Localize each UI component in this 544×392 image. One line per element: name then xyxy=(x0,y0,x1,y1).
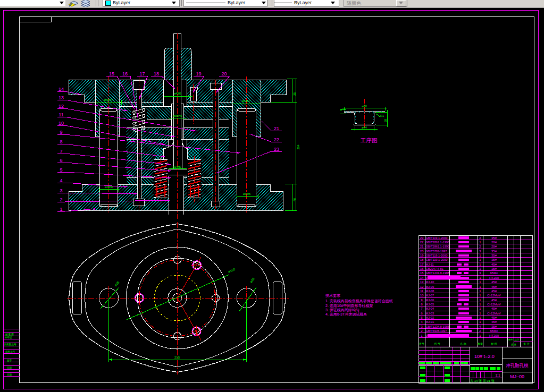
svg-text:MJ-07: MJ-07 xyxy=(426,294,434,297)
svg-text:23: 23 xyxy=(420,236,424,240)
svg-text:14: 14 xyxy=(58,87,64,92)
svg-text:2: 2 xyxy=(340,108,342,112)
svg-text:20: 20 xyxy=(221,71,227,76)
svg-text:21: 21 xyxy=(420,245,424,248)
svg-text:GB/T119.1-2000: GB/T119.1-2000 xyxy=(426,236,448,240)
svg-text:GB/T5782-1997: GB/T5782-1997 xyxy=(426,250,447,253)
svg-text:6: 6 xyxy=(421,312,423,315)
svg-text:4: 4 xyxy=(60,178,62,183)
svg-text:23: 23 xyxy=(274,147,279,152)
svg-text:19: 19 xyxy=(196,71,201,76)
svg-text:MJ–00: MJ–00 xyxy=(510,374,524,379)
svg-text:Cr12MoV: Cr12MoV xyxy=(487,312,500,315)
svg-text:5: 5 xyxy=(421,316,423,319)
svg-text:3: 3 xyxy=(421,325,423,328)
svg-text:单件: 单件 xyxy=(508,338,513,341)
svg-text:ø40H7: ø40H7 xyxy=(104,98,113,101)
svg-text:14: 14 xyxy=(420,276,424,279)
svg-text:GB/T2861.1-1990: GB/T2861.1-1990 xyxy=(426,241,449,244)
svg-text:6: 6 xyxy=(60,158,62,163)
svg-text:GB/T1234.8-1988: GB/T1234.8-1988 xyxy=(426,325,449,328)
svg-text:45#: 45# xyxy=(491,285,497,288)
svg-text:序号: 序号 xyxy=(419,342,424,346)
svg-text:7: 7 xyxy=(421,307,423,310)
svg-text:4: 4 xyxy=(479,325,481,328)
svg-text:35#: 35# xyxy=(491,250,497,253)
svg-text:19: 19 xyxy=(420,254,424,257)
svg-text:GB/T119.1-2000: GB/T119.1-2000 xyxy=(426,254,448,257)
svg-text:15: 15 xyxy=(109,71,114,76)
svg-text:ø44: ø44 xyxy=(362,126,366,129)
svg-text:3: 3 xyxy=(479,271,481,275)
svg-text:MJ-10: MJ-10 xyxy=(426,280,434,284)
svg-text:HT200: HT200 xyxy=(489,276,499,279)
svg-text:ø32: ø32 xyxy=(249,277,255,283)
svg-text:2: 2 xyxy=(479,245,481,248)
svg-text:HT200: HT200 xyxy=(489,334,499,337)
svg-text:1: 1 xyxy=(479,263,481,266)
svg-text:ø35H6: ø35H6 xyxy=(173,114,182,117)
svg-text:18: 18 xyxy=(420,258,424,261)
svg-text:10: 10 xyxy=(420,294,424,297)
svg-text:16: 16 xyxy=(122,71,128,76)
svg-text:215: 215 xyxy=(174,356,180,359)
svg-text:2: 2 xyxy=(421,329,423,333)
svg-text:R1: R1 xyxy=(380,114,384,117)
svg-text:35#: 35# xyxy=(491,267,497,270)
svg-text:9: 9 xyxy=(60,130,62,135)
svg-text:1: 1 xyxy=(479,294,481,297)
svg-text:2: 2 xyxy=(479,236,481,240)
svg-text:ø43F7: ø43F7 xyxy=(242,99,250,103)
svg-text:10: 10 xyxy=(58,121,64,126)
svg-text:22: 22 xyxy=(420,241,424,244)
svg-text:13: 13 xyxy=(420,280,424,284)
svg-text:3: 3 xyxy=(479,250,481,253)
svg-text:ø68: ø68 xyxy=(362,105,366,108)
svg-text:1: 1 xyxy=(479,312,481,315)
svg-text:MJ-08: MJ-08 xyxy=(426,289,434,293)
svg-text:MJ-11: MJ-11 xyxy=(426,263,434,266)
svg-text:5: 5 xyxy=(60,167,62,173)
svg-text:13: 13 xyxy=(58,95,64,100)
svg-text:MJ-09: MJ-09 xyxy=(426,285,434,288)
svg-text:共 14 张 第 01 张: 共 14 张 第 01 张 xyxy=(470,379,495,383)
svg-text:签字: 签字 xyxy=(7,359,12,362)
svg-text:1: 1 xyxy=(421,334,423,337)
svg-text:20#: 20# xyxy=(491,245,497,248)
svg-text:8: 8 xyxy=(60,139,62,144)
svg-text:材 料: 材 料 xyxy=(490,342,497,346)
svg-text:1. 安装模具前检查模具零件是否符合图纸: 1. 安装模具前检查模具零件是否符合图纸 xyxy=(325,299,393,303)
svg-text:1: 1 xyxy=(479,241,481,244)
svg-text:3. 保证模具间隙均匀: 3. 保证模具间隙均匀 xyxy=(325,308,359,312)
svg-text:45#: 45# xyxy=(491,263,497,266)
svg-text:名 称: 名 称 xyxy=(460,342,466,345)
svg-text:ø28: ø28 xyxy=(114,280,120,287)
svg-text:45#: 45# xyxy=(491,289,497,293)
svg-text:GB/T1234.8-1988: GB/T1234.8-1988 xyxy=(426,271,449,275)
svg-text:22: 22 xyxy=(274,137,279,142)
svg-text:1: 1 xyxy=(479,307,481,310)
svg-text:204: 204 xyxy=(297,144,300,149)
svg-text:7: 7 xyxy=(60,149,62,154)
svg-text:1: 1 xyxy=(479,316,481,319)
svg-text:17: 17 xyxy=(420,263,424,266)
svg-text:ø32f6: ø32f6 xyxy=(243,192,250,195)
svg-text:12: 12 xyxy=(58,104,64,109)
svg-text:GB/T6935-1997: GB/T6935-1997 xyxy=(426,329,447,333)
svg-text:9: 9 xyxy=(421,299,423,302)
svg-text:工序图: 工序图 xyxy=(360,137,378,143)
svg-text:MJ-03: MJ-03 xyxy=(426,312,434,315)
svg-text:2: 2 xyxy=(479,329,481,333)
svg-text:件登记: 件登记 xyxy=(4,336,12,339)
svg-text:MJ-04: MJ-04 xyxy=(426,307,434,310)
svg-text:备 注: 备 注 xyxy=(523,342,529,345)
svg-text:1: 1 xyxy=(479,276,481,279)
svg-text:8: 8 xyxy=(421,303,423,306)
svg-text:35#: 35# xyxy=(491,325,497,328)
svg-text:15: 15 xyxy=(420,271,424,275)
svg-text:MJ-01: MJ-01 xyxy=(426,320,434,323)
svg-text:MJ-06: MJ-06 xyxy=(426,299,434,302)
svg-text:数量: 数量 xyxy=(478,342,483,345)
svg-text:45#: 45# xyxy=(491,320,497,323)
svg-text:45#: 45# xyxy=(491,316,497,319)
